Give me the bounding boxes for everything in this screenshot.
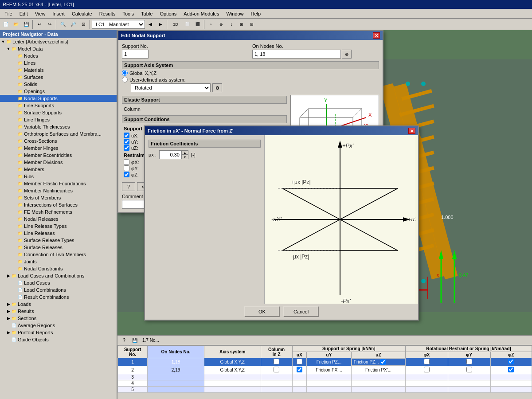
- dlg-nodal-titlebar[interactable]: Edit Nodal Support ✕: [118, 31, 383, 40]
- tree-conn-two-mem[interactable]: 📁 Connection of Two Members: [0, 251, 117, 258]
- on-nodes-input[interactable]: [252, 50, 341, 59]
- tree-mem-div[interactable]: 📁 Member Divisions: [0, 159, 117, 166]
- tree-members[interactable]: 📁 Members: [0, 166, 117, 173]
- menu-insert[interactable]: Insert: [49, 10, 68, 17]
- dlg-help-btn[interactable]: ?: [122, 182, 135, 191]
- lc-dropdown[interactable]: LC1 - Mannlast: [92, 20, 145, 29]
- tb-b3[interactable]: ↕: [227, 20, 236, 29]
- tb-zoom-fit[interactable]: ⊡: [78, 20, 88, 29]
- tree-var-thick[interactable]: 📁 Variable Thicknesses: [0, 123, 117, 130]
- tree-nodal-supports[interactable]: 📁 Nodal Supports: [0, 95, 117, 102]
- menu-results[interactable]: Results: [96, 10, 119, 17]
- mux-up[interactable]: ▲: [181, 150, 188, 155]
- tree-materials[interactable]: 📁 Materials: [0, 66, 117, 74]
- tb-save[interactable]: 💾: [21, 20, 31, 29]
- tree-guide-objects[interactable]: 📄 Guide Objects: [0, 336, 117, 343]
- menu-table[interactable]: Table: [137, 10, 156, 17]
- nodes-picker-btn[interactable]: ⊕: [342, 50, 352, 59]
- tb-b5[interactable]: ⊟: [247, 20, 257, 29]
- menu-help[interactable]: Help: [247, 10, 265, 17]
- menu-calculate[interactable]: Calculate: [68, 10, 96, 17]
- rotated-btn[interactable]: ⚙: [212, 83, 222, 92]
- tree-loads[interactable]: ▶ 📁 Loads: [0, 301, 117, 308]
- ux-checkbox[interactable]: [124, 133, 129, 138]
- friction-cancel-btn[interactable]: Cancel: [283, 306, 319, 317]
- tree-line-releases[interactable]: 📁 Line Releases: [0, 230, 117, 237]
- tree-ortho[interactable]: 📁 Orthotropic Surfaces and Membra...: [0, 130, 117, 137]
- tree-surf-rel-types[interactable]: 📁 Surface Release Types: [0, 237, 117, 244]
- tb-3d[interactable]: 3D: [169, 20, 182, 29]
- tree-surface-supports[interactable]: 📁 Surface Supports: [0, 109, 117, 116]
- tree-line-supports[interactable]: 📁 Line Supports: [0, 102, 117, 109]
- tb-redo[interactable]: ↪: [45, 20, 55, 29]
- tree-mem-ecc[interactable]: 📁 Member Eccentricities: [0, 152, 117, 159]
- tb-wire[interactable]: ⬜: [183, 20, 192, 29]
- tree-ribs[interactable]: 📁 Ribs: [0, 173, 117, 180]
- menu-edit[interactable]: Edit: [16, 10, 31, 17]
- tree-load-cases[interactable]: 📄 Load Cases: [0, 279, 117, 286]
- tree-printout[interactable]: ▶ 📁 Printout Reports: [0, 329, 117, 336]
- tb-table-help[interactable]: ?: [119, 336, 129, 345]
- dlg-nodal-close[interactable]: ✕: [373, 32, 380, 39]
- global-xyz-radio[interactable]: [122, 70, 128, 76]
- tree-model-data[interactable]: ▼ 📁 Model Data: [0, 45, 117, 52]
- uz-checkbox[interactable]: [124, 145, 129, 151]
- tree-nodal-releases[interactable]: 📁 Nodal Releases: [0, 215, 117, 223]
- tree-fe-mesh[interactable]: 📁 FE Mesh Refinements: [0, 208, 117, 215]
- tb-render[interactable]: ⬛: [193, 20, 203, 29]
- table-row-3[interactable]: 3: [118, 374, 532, 380]
- tree-cross-sections[interactable]: 📁 Cross-Sections: [0, 137, 117, 145]
- phiz-checkbox[interactable]: [124, 172, 129, 177]
- menu-view[interactable]: View: [31, 10, 49, 17]
- tree-sets-mem[interactable]: 📁 Sets of Members: [0, 194, 117, 201]
- menu-addon[interactable]: Add-on Modules: [180, 10, 223, 17]
- table-row-5[interactable]: 5: [118, 387, 532, 393]
- tree-lc-combo[interactable]: ▶ 📁 Load Cases and Combinations: [0, 272, 117, 279]
- tb-zoom-out[interactable]: 🔎: [68, 20, 78, 29]
- table-row-4[interactable]: 4: [118, 380, 532, 387]
- tree-surfaces[interactable]: 📁 Surfaces: [0, 74, 117, 81]
- tb-prev-lc[interactable]: ◀: [145, 20, 155, 29]
- tree-nodes[interactable]: 📁 Nodes: [0, 52, 117, 59]
- table-row-2[interactable]: 2 2,19 Global X,Y,Z Friction PX'... Fric…: [118, 366, 532, 374]
- phiy-checkbox[interactable]: [124, 165, 129, 171]
- tb-table-save[interactable]: 💾: [130, 336, 140, 345]
- tree-solids[interactable]: 📁 Solids: [0, 81, 117, 88]
- tree-line-rel-types[interactable]: 📁 Line Release Types: [0, 223, 117, 230]
- tree-root[interactable]: ▼ 📁 Leiter [Arbeitsverzeichnis]: [0, 38, 117, 45]
- uy-checkbox[interactable]: [124, 139, 129, 145]
- table-row-1[interactable]: 1 1,18 Global X,Y,Z Friction PZ... Frict…: [118, 358, 532, 366]
- friction-ok-btn[interactable]: OK: [244, 306, 280, 317]
- rotated-dropdown[interactable]: Rotated: [131, 83, 211, 92]
- dlg-friction-titlebar[interactable]: Friction in uX' - Normal Force from Z' ✕: [145, 126, 418, 135]
- tree-intersect-surf[interactable]: 📁 Intersections of Surfaces: [0, 201, 117, 208]
- tb-new[interactable]: 📄: [1, 20, 11, 29]
- tree-avg-regions[interactable]: 📄 Average Regions: [0, 322, 117, 329]
- tb-b4[interactable]: ⊞: [237, 20, 246, 29]
- tree-mem-nonlin[interactable]: 📁 Member Nonlinearities: [0, 187, 117, 194]
- tb-open[interactable]: 📂: [11, 20, 21, 29]
- phix-checkbox[interactable]: [124, 159, 129, 165]
- tb-b1[interactable]: +: [206, 20, 216, 29]
- support-no-input[interactable]: [122, 50, 149, 59]
- tb-zoom-in[interactable]: 🔍: [58, 20, 68, 29]
- tree-result-combos[interactable]: 📄 Result Combinations: [0, 293, 117, 301]
- user-defined-radio[interactable]: [122, 77, 128, 82]
- mux-down[interactable]: ▼: [181, 155, 188, 159]
- tree-nodal-constraints[interactable]: 📁 Nodal Constraints: [0, 265, 117, 272]
- tree-surf-releases[interactable]: 📁 Surface Releases: [0, 244, 117, 251]
- tree-line-hinges[interactable]: 📁 Line Hinges: [0, 116, 117, 123]
- tree-results[interactable]: ▶ 📁 Results: [0, 308, 117, 315]
- menu-window[interactable]: Window: [223, 10, 247, 17]
- menu-options[interactable]: Options: [156, 10, 180, 17]
- mux-input[interactable]: [159, 150, 181, 159]
- menu-tools[interactable]: Tools: [119, 10, 137, 17]
- tree-lines[interactable]: 📁 Lines: [0, 59, 117, 66]
- tree-openings[interactable]: 📁 Openings: [0, 88, 117, 95]
- tb-next-lc[interactable]: ▶: [156, 20, 165, 29]
- tb-b2[interactable]: ⊕: [216, 20, 226, 29]
- tb-undo[interactable]: ↩: [35, 20, 44, 29]
- tree-joints[interactable]: 📁 Joints: [0, 258, 117, 265]
- tree-member-hinges[interactable]: 📁 Member Hinges: [0, 145, 117, 152]
- tree-sections[interactable]: ▶ 📁 Sections: [0, 315, 117, 322]
